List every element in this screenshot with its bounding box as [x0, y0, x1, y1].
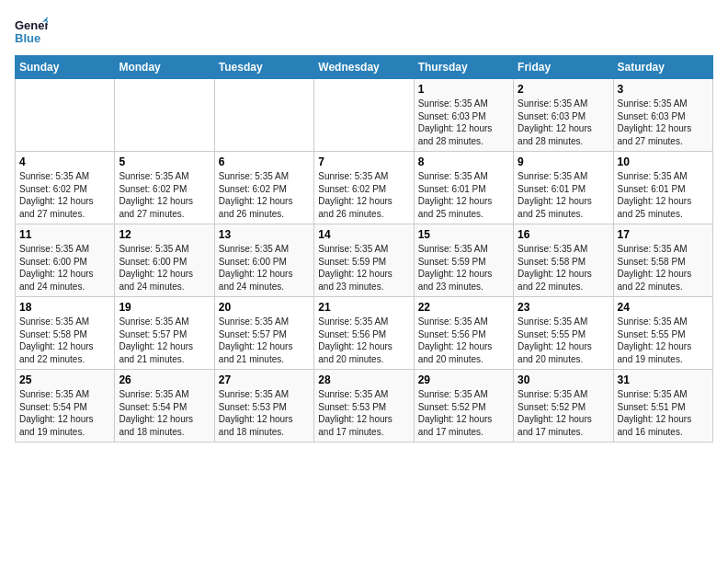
day-info: Sunrise: 5:35 AM Sunset: 6:02 PM Dayligh…	[318, 170, 409, 220]
calendar-cell: 18Sunrise: 5:35 AM Sunset: 5:58 PM Dayli…	[16, 297, 115, 370]
calendar-cell: 27Sunrise: 5:35 AM Sunset: 5:53 PM Dayli…	[214, 370, 313, 442]
calendar-week-5: 25Sunrise: 5:35 AM Sunset: 5:54 PM Dayli…	[16, 370, 713, 442]
svg-text:Blue: Blue	[15, 31, 40, 45]
calendar-cell: 17Sunrise: 5:35 AM Sunset: 5:58 PM Dayli…	[613, 224, 712, 297]
day-info: Sunrise: 5:35 AM Sunset: 5:55 PM Dayligh…	[518, 316, 609, 365]
day-number: 14	[318, 228, 409, 241]
day-info: Sunrise: 5:35 AM Sunset: 5:59 PM Dayligh…	[318, 243, 409, 293]
calendar-cell: 29Sunrise: 5:35 AM Sunset: 5:52 PM Dayli…	[414, 370, 513, 442]
page-header: General Blue	[15, 15, 713, 48]
day-number: 27	[219, 373, 310, 386]
day-info: Sunrise: 5:35 AM Sunset: 6:02 PM Dayligh…	[119, 170, 210, 220]
calendar-week-2: 4Sunrise: 5:35 AM Sunset: 6:02 PM Daylig…	[16, 152, 713, 224]
calendar-cell: 31Sunrise: 5:35 AM Sunset: 5:51 PM Dayli…	[613, 370, 712, 442]
calendar-cell: 4Sunrise: 5:35 AM Sunset: 6:02 PM Daylig…	[16, 152, 115, 224]
day-number: 30	[518, 373, 609, 386]
day-info: Sunrise: 5:35 AM Sunset: 5:52 PM Dayligh…	[418, 388, 509, 438]
calendar-table: SundayMondayTuesdayWednesdayThursdayFrid…	[15, 55, 713, 442]
day-info: Sunrise: 5:35 AM Sunset: 5:54 PM Dayligh…	[19, 388, 110, 438]
calendar-header: SundayMondayTuesdayWednesdayThursdayFrid…	[16, 56, 713, 79]
svg-text:General: General	[15, 18, 48, 32]
weekday-header-monday: Monday	[115, 56, 214, 79]
day-info: Sunrise: 5:35 AM Sunset: 6:02 PM Dayligh…	[219, 170, 310, 220]
day-info: Sunrise: 5:35 AM Sunset: 5:54 PM Dayligh…	[119, 388, 210, 438]
calendar-cell: 14Sunrise: 5:35 AM Sunset: 5:59 PM Dayli…	[314, 224, 414, 297]
day-number: 31	[618, 373, 709, 386]
calendar-cell	[16, 79, 115, 152]
day-info: Sunrise: 5:35 AM Sunset: 5:56 PM Dayligh…	[318, 316, 409, 365]
calendar-cell: 6Sunrise: 5:35 AM Sunset: 6:02 PM Daylig…	[214, 152, 313, 224]
day-info: Sunrise: 5:35 AM Sunset: 6:01 PM Dayligh…	[518, 170, 609, 220]
calendar-cell: 5Sunrise: 5:35 AM Sunset: 6:02 PM Daylig…	[115, 152, 214, 224]
day-info: Sunrise: 5:35 AM Sunset: 5:59 PM Dayligh…	[418, 243, 509, 293]
day-info: Sunrise: 5:35 AM Sunset: 6:00 PM Dayligh…	[19, 243, 110, 293]
calendar-cell	[115, 79, 214, 152]
calendar-cell: 3Sunrise: 5:35 AM Sunset: 6:03 PM Daylig…	[613, 79, 712, 152]
calendar-cell: 22Sunrise: 5:35 AM Sunset: 5:56 PM Dayli…	[414, 297, 513, 370]
day-info: Sunrise: 5:35 AM Sunset: 5:53 PM Dayligh…	[219, 388, 310, 438]
weekday-header-saturday: Saturday	[613, 56, 712, 79]
calendar-cell: 23Sunrise: 5:35 AM Sunset: 5:55 PM Dayli…	[514, 297, 613, 370]
calendar-week-4: 18Sunrise: 5:35 AM Sunset: 5:58 PM Dayli…	[16, 297, 713, 370]
day-info: Sunrise: 5:35 AM Sunset: 5:57 PM Dayligh…	[219, 316, 310, 365]
day-number: 19	[119, 301, 210, 314]
weekday-header-tuesday: Tuesday	[214, 56, 313, 79]
day-number: 15	[418, 228, 509, 241]
weekday-header-sunday: Sunday	[16, 56, 115, 79]
day-info: Sunrise: 5:35 AM Sunset: 6:00 PM Dayligh…	[119, 243, 210, 293]
calendar-cell: 21Sunrise: 5:35 AM Sunset: 5:56 PM Dayli…	[314, 297, 414, 370]
calendar-cell: 25Sunrise: 5:35 AM Sunset: 5:54 PM Dayli…	[16, 370, 115, 442]
day-number: 20	[219, 301, 310, 314]
calendar-cell: 1Sunrise: 5:35 AM Sunset: 6:03 PM Daylig…	[414, 79, 513, 152]
calendar-cell: 13Sunrise: 5:35 AM Sunset: 6:00 PM Dayli…	[214, 224, 313, 297]
day-info: Sunrise: 5:35 AM Sunset: 5:55 PM Dayligh…	[618, 316, 709, 365]
day-number: 18	[19, 301, 110, 314]
day-number: 11	[19, 228, 110, 241]
day-number: 24	[618, 301, 709, 314]
day-number: 28	[318, 373, 409, 386]
day-number: 29	[418, 373, 509, 386]
day-number: 3	[618, 83, 709, 96]
day-info: Sunrise: 5:35 AM Sunset: 5:51 PM Dayligh…	[618, 388, 709, 438]
day-info: Sunrise: 5:35 AM Sunset: 5:53 PM Dayligh…	[318, 388, 409, 438]
day-number: 9	[518, 155, 609, 168]
calendar-cell: 11Sunrise: 5:35 AM Sunset: 6:00 PM Dayli…	[16, 224, 115, 297]
day-number: 2	[518, 83, 609, 96]
calendar-cell: 8Sunrise: 5:35 AM Sunset: 6:01 PM Daylig…	[414, 152, 513, 224]
calendar-cell	[314, 79, 414, 152]
day-number: 7	[318, 155, 409, 168]
calendar-cell	[214, 79, 313, 152]
day-info: Sunrise: 5:35 AM Sunset: 5:58 PM Dayligh…	[19, 316, 110, 365]
day-info: Sunrise: 5:35 AM Sunset: 6:03 PM Dayligh…	[418, 98, 509, 147]
calendar-week-1: 1Sunrise: 5:35 AM Sunset: 6:03 PM Daylig…	[16, 79, 713, 152]
day-number: 23	[518, 301, 609, 314]
calendar-cell: 28Sunrise: 5:35 AM Sunset: 5:53 PM Dayli…	[314, 370, 414, 442]
calendar-cell: 19Sunrise: 5:35 AM Sunset: 5:57 PM Dayli…	[115, 297, 214, 370]
calendar-cell: 16Sunrise: 5:35 AM Sunset: 5:58 PM Dayli…	[514, 224, 613, 297]
calendar-cell: 10Sunrise: 5:35 AM Sunset: 6:01 PM Dayli…	[613, 152, 712, 224]
day-info: Sunrise: 5:35 AM Sunset: 5:58 PM Dayligh…	[618, 243, 709, 293]
day-number: 4	[19, 155, 110, 168]
logo-icon: General Blue	[15, 15, 48, 48]
calendar-cell: 2Sunrise: 5:35 AM Sunset: 6:03 PM Daylig…	[514, 79, 613, 152]
day-number: 25	[19, 373, 110, 386]
day-info: Sunrise: 5:35 AM Sunset: 6:01 PM Dayligh…	[618, 170, 709, 220]
day-number: 17	[618, 228, 709, 241]
day-number: 21	[318, 301, 409, 314]
day-number: 22	[418, 301, 509, 314]
day-number: 16	[518, 228, 609, 241]
calendar-cell: 20Sunrise: 5:35 AM Sunset: 5:57 PM Dayli…	[214, 297, 313, 370]
calendar-cell: 15Sunrise: 5:35 AM Sunset: 5:59 PM Dayli…	[414, 224, 513, 297]
calendar-cell: 12Sunrise: 5:35 AM Sunset: 6:00 PM Dayli…	[115, 224, 214, 297]
day-info: Sunrise: 5:35 AM Sunset: 6:03 PM Dayligh…	[618, 98, 709, 147]
calendar-cell: 26Sunrise: 5:35 AM Sunset: 5:54 PM Dayli…	[115, 370, 214, 442]
day-info: Sunrise: 5:35 AM Sunset: 6:02 PM Dayligh…	[19, 170, 110, 220]
day-number: 6	[219, 155, 310, 168]
day-info: Sunrise: 5:35 AM Sunset: 5:57 PM Dayligh…	[119, 316, 210, 365]
day-number: 1	[418, 83, 509, 96]
calendar-cell: 7Sunrise: 5:35 AM Sunset: 6:02 PM Daylig…	[314, 152, 414, 224]
day-info: Sunrise: 5:35 AM Sunset: 6:01 PM Dayligh…	[418, 170, 509, 220]
day-number: 13	[219, 228, 310, 241]
weekday-header-friday: Friday	[514, 56, 613, 79]
weekday-header-thursday: Thursday	[414, 56, 513, 79]
